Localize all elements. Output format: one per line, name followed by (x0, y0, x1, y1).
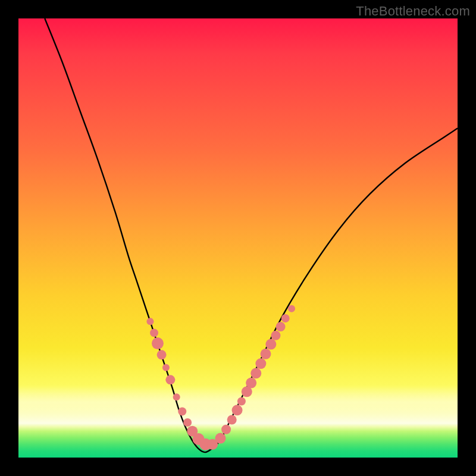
data-marker (150, 328, 158, 337)
data-marker (146, 318, 154, 325)
data-marker (232, 405, 243, 415)
data-marker (178, 408, 186, 416)
data-marker (265, 339, 276, 350)
watermark-text: TheBottleneck.com (356, 4, 470, 19)
data-marker (157, 350, 167, 359)
data-marker (237, 397, 246, 406)
data-marker (288, 305, 295, 312)
data-marker (183, 418, 192, 427)
data-marker (215, 433, 226, 444)
chart-frame: TheBottleneck.com (0, 0, 476, 476)
data-marker (276, 322, 286, 331)
data-marker (246, 378, 256, 389)
data-marker (221, 425, 231, 434)
data-marker (281, 314, 290, 322)
data-marker (250, 368, 261, 378)
data-marker (227, 415, 237, 425)
markers-group (146, 305, 295, 450)
data-marker (162, 364, 170, 371)
data-marker (255, 358, 266, 369)
plot-area (18, 18, 458, 458)
data-marker (152, 337, 164, 349)
data-marker (173, 393, 180, 400)
data-marker (271, 331, 280, 340)
data-marker (260, 349, 271, 359)
data-marker (165, 375, 175, 384)
curve-svg (18, 18, 458, 458)
